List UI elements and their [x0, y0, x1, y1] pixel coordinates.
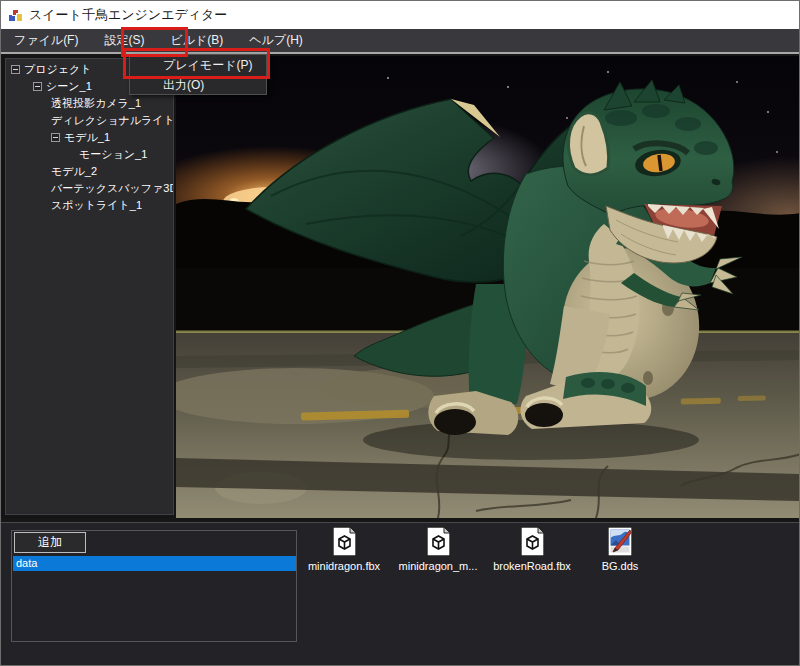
app-icon — [8, 8, 23, 23]
menu-item-output[interactable]: 出力(O) — [130, 75, 266, 95]
tree-item-directional-light[interactable]: ディレクショナルライト_1 — [6, 112, 173, 129]
tree-item-vertexbuffer3d[interactable]: バーテックスバッファ3D_1 — [6, 180, 173, 197]
file-label: BG.dds — [602, 560, 639, 572]
file-label: minidragon_m... — [399, 560, 478, 572]
tree-collapse-icon[interactable] — [33, 82, 42, 91]
tree-item-model1[interactable]: モデル_1 — [6, 129, 173, 146]
menu-item-play-mode[interactable]: プレイモード(P) — [130, 55, 266, 75]
file-list: minidragon.fbx minidragon_m... — [297, 526, 661, 572]
tree-item-camera[interactable]: 透視投影カメラ_1 — [6, 95, 173, 112]
tree-item-spot-light[interactable]: スポットライト_1 — [6, 197, 173, 214]
title-bar: スイート千鳥エンジンエディター — [1, 1, 799, 29]
menu-help[interactable]: ヘルプ(H) — [236, 29, 316, 52]
folder-item-data[interactable]: data — [13, 556, 296, 571]
scene-render — [176, 56, 800, 518]
tree-collapse-icon[interactable] — [51, 133, 60, 142]
app-window: スイート千鳥エンジンエディター ファイル(F) 設定(S) ビルド(B) ヘルプ… — [0, 0, 800, 666]
scene-viewport[interactable] — [176, 56, 800, 518]
menu-settings[interactable]: 設定(S) — [91, 29, 157, 52]
file-item[interactable]: BG.dds — [579, 526, 661, 572]
file-item[interactable]: minidragon.fbx — [297, 526, 391, 572]
build-dropdown-menu: プレイモード(P) 出力(O) — [129, 54, 267, 95]
tree-item-motion[interactable]: モーション_1 — [6, 146, 173, 163]
fbx-file-icon — [519, 526, 546, 557]
fbx-file-icon — [425, 526, 452, 557]
dds-image-file-icon — [606, 526, 634, 557]
menu-bar: ファイル(F) 設定(S) ビルド(B) ヘルプ(H) — [1, 29, 799, 54]
tree-collapse-icon[interactable] — [11, 65, 20, 74]
file-item[interactable]: brokenRoad.fbx — [485, 526, 579, 572]
project-tree-panel: プロジェクト シーン_1 透視投影カメラ_1 ディレクショナルライト_1 モデル… — [5, 58, 174, 515]
window-title: スイート千鳥エンジンエディター — [29, 6, 227, 24]
tree-item-model2[interactable]: モデル_2 — [6, 163, 173, 180]
file-label: brokenRoad.fbx — [493, 560, 571, 572]
menu-build[interactable]: ビルド(B) — [157, 29, 236, 52]
fbx-file-icon — [331, 526, 358, 557]
menu-file[interactable]: ファイル(F) — [1, 29, 91, 52]
folder-list-box: 追加 data — [11, 530, 297, 642]
file-item[interactable]: minidragon_m... — [391, 526, 485, 572]
main-area: プロジェクト シーン_1 透視投影カメラ_1 ディレクショナルライト_1 モデル… — [1, 56, 799, 518]
file-label: minidragon.fbx — [308, 560, 380, 572]
asset-panel: 追加 data minidragon.fbx — [1, 522, 799, 666]
add-button[interactable]: 追加 — [14, 532, 86, 553]
